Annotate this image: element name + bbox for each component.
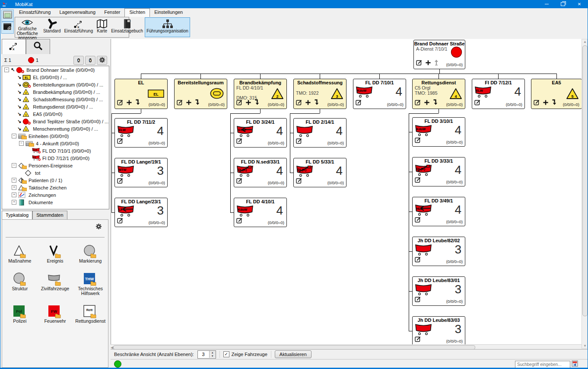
edit-button[interactable] bbox=[416, 59, 423, 67]
org-node-brandbekaempfung[interactable]: BrandbekämpfungFL DD 4/10/1 DMO: 3152(0/… bbox=[234, 79, 287, 109]
edit-button[interactable] bbox=[236, 217, 243, 225]
ribbon-button-führungsorganisation[interactable]: Führungsorganisation bbox=[145, 17, 190, 37]
add-button[interactable] bbox=[186, 99, 192, 107]
edit-button[interactable] bbox=[415, 137, 421, 145]
edit-button[interactable] bbox=[534, 99, 540, 107]
gear-button[interactable] bbox=[97, 56, 107, 65]
tree-item[interactable]: ↘Brand Teplitzer Straße (0/0/0=0) / ... bbox=[2, 118, 109, 125]
ribbon-button-einsatztagebuch[interactable]: TGBEinsatztagebuch bbox=[109, 17, 145, 37]
catalog-item-struktur[interactable]: Struktur bbox=[2, 268, 38, 296]
catalog-gear-button[interactable] bbox=[95, 223, 102, 231]
tree-item[interactable]: tot bbox=[2, 169, 109, 176]
tree-item[interactable]: +Zeichnungen bbox=[2, 191, 109, 199]
edit-button[interactable] bbox=[117, 177, 124, 186]
org-node-fl-dd-7-10-1[interactable]: FL DD 7/10/1KdoW4(0/0/0=0) bbox=[353, 79, 406, 109]
descend-button[interactable] bbox=[194, 99, 200, 107]
org-node-fl-dd-2-14-1[interactable]: FL DD 2/14/14(0/0/0=0) bbox=[293, 118, 346, 148]
ribbon-button-einsatzführung[interactable]: xEinsatzführung bbox=[63, 17, 95, 37]
edit-button[interactable] bbox=[474, 99, 481, 107]
tree-item[interactable]: ↘2Brandbekämpfung (0/0/0=0) / ... bbox=[2, 88, 109, 96]
tree-item[interactable]: +Patienten (0 / 1) bbox=[2, 176, 109, 184]
catalog-item-maßnahme[interactable]: Maßnahme bbox=[2, 241, 38, 264]
descend-button[interactable] bbox=[432, 99, 438, 107]
tree-item[interactable]: −Einheiten (0/0/0=0) bbox=[2, 132, 109, 140]
catalog-item-zivilfahrzeuge[interactable]: Zivilfahrzeuge bbox=[38, 268, 73, 296]
edit-button[interactable] bbox=[177, 99, 183, 107]
edit-button[interactable] bbox=[296, 177, 302, 186]
tree-expand-plus[interactable]: + bbox=[12, 193, 16, 197]
menu-item-fenster[interactable]: Fenster bbox=[100, 8, 124, 17]
minimize-button[interactable] bbox=[538, 0, 555, 8]
catalog-item-rettungsdienst[interactable]: RettRettungsdienst bbox=[73, 301, 108, 324]
tree-item[interactable]: ELWFl DD 7/12/1 (0/0/0=0) bbox=[2, 154, 109, 162]
scroll-down-arrow-icon[interactable]: ▼ bbox=[583, 344, 587, 348]
org-node-fl-dd-5-33-1[interactable]: FL DD 5/33/1DL(K)4(0/0/0=0) bbox=[293, 158, 346, 187]
tree-expand-minus[interactable]: − bbox=[4, 67, 9, 72]
org-node-schadstoffmessung[interactable]: Schadstoffmessung TMO: 19223(0/0/0=0) bbox=[293, 79, 346, 109]
tree-expand-minus[interactable]: − bbox=[19, 141, 24, 146]
org-node-jh-dd-leube-83-01[interactable]: Jh DD Leube/83/013(0/0/0=0) bbox=[412, 276, 465, 306]
tree-expand-plus[interactable]: + bbox=[12, 185, 16, 190]
ribbon-button-standard[interactable]: Standard bbox=[41, 17, 63, 37]
add-button[interactable] bbox=[245, 99, 251, 107]
menu-item-einsatzführung[interactable]: Einsatzführung bbox=[15, 8, 55, 17]
descend-button[interactable] bbox=[314, 99, 319, 107]
close-button[interactable]: ✕ bbox=[571, 0, 588, 8]
menu-item-sichten[interactable]: Sichten bbox=[124, 8, 150, 17]
tree-expand-minus[interactable]: − bbox=[12, 134, 16, 138]
edit-button[interactable] bbox=[236, 177, 243, 186]
level-input[interactable] bbox=[198, 352, 209, 357]
chevron-up-circle-button[interactable]: ∧ bbox=[73, 56, 84, 65]
tree-item[interactable]: ↘Bereitstellungsraum (0/0/0=0) / ... bbox=[2, 81, 109, 88]
org-node-fl-dd-4-10-1[interactable]: FL DD 4/10/1KdoW4(0/0/0=0) bbox=[234, 198, 287, 227]
add-button[interactable] bbox=[543, 99, 549, 107]
spinner-down-icon[interactable]: ▼ bbox=[210, 354, 216, 358]
side-toolbar-button-2[interactable] bbox=[1, 22, 14, 34]
tree-item[interactable]: +Dokumente bbox=[2, 199, 109, 206]
tree-item[interactable]: ↘ELEL (0/0/0=0) / ... bbox=[2, 74, 109, 81]
tree-expand-plus[interactable]: + bbox=[12, 200, 16, 205]
tree-item[interactable]: +Taktische Zeichen bbox=[2, 184, 109, 191]
descend-button[interactable] bbox=[551, 99, 557, 107]
catalog-item-ereignis[interactable]: Ereignis bbox=[38, 241, 73, 264]
edit-button[interactable] bbox=[415, 296, 421, 304]
edit-button[interactable] bbox=[356, 99, 362, 107]
org-node-fl-dd-3-10-1[interactable]: FL DD 3/10/1KdoW4(0/0/0=0) bbox=[412, 117, 465, 147]
edit-button[interactable] bbox=[236, 138, 243, 146]
catalog-tab-stammdaten[interactable]: Stammdaten bbox=[32, 211, 67, 220]
tree-item[interactable]: ↘5EA5 (0/0/0=0) bbox=[2, 110, 109, 118]
org-node-fi-dd-7-12-1[interactable]: FI DD 7/12/1ELW4(0/0/0=0) bbox=[472, 79, 525, 109]
org-node-fl-dd-3-24-1[interactable]: FL DD 3/24/1GTLF4(0/0/0=0) bbox=[234, 118, 287, 148]
tree-item[interactable]: KdoWFL DD 7/10/1 (0/0/0=0) bbox=[2, 147, 109, 154]
edit-button[interactable] bbox=[296, 138, 302, 146]
scroll-up-arrow-icon[interactable]: ▲ bbox=[583, 40, 587, 44]
tree-item[interactable]: −Personen-Ereignisse bbox=[2, 162, 109, 169]
tree-item[interactable]: ↘4Rettungsdienst (0/0/0=0) / ... bbox=[2, 103, 109, 110]
org-node-root[interactable]: Brand Dohnaer StraßeA-Dienst 7/10/1(0/0/… bbox=[413, 40, 465, 69]
spinner-up-icon[interactable]: ▲ bbox=[210, 351, 216, 354]
vertical-scroll-thumb[interactable] bbox=[582, 45, 588, 316]
tree-item[interactable]: ↘3Schadstoffmessung (0/0/0=0) / ... bbox=[2, 96, 109, 103]
level-spinner[interactable]: ▲ ▼ bbox=[197, 350, 216, 359]
org-node-fl-dd-7-11-2[interactable]: FL DD 7/11/2ELW4(0/0/0=0) bbox=[114, 118, 168, 148]
edit-button[interactable] bbox=[117, 217, 124, 225]
search-input[interactable] bbox=[515, 361, 570, 369]
org-node-rettungsdienst[interactable]: RettungsdienstC5 OrglTMO: 19854(0/0/0=0) bbox=[412, 79, 465, 109]
edit-button[interactable] bbox=[415, 99, 421, 107]
add-button[interactable] bbox=[305, 99, 311, 107]
edit-button[interactable] bbox=[415, 256, 421, 264]
edit-button[interactable] bbox=[415, 216, 421, 225]
show-vehicles-toggle[interactable]: ✓ Zeige Fahrzeuge bbox=[223, 351, 267, 357]
edit-button[interactable] bbox=[117, 99, 124, 107]
tree-item[interactable]: −4 - Ankunft (0/0/0=0) bbox=[2, 140, 109, 147]
show-vehicles-checkbox[interactable]: ✓ bbox=[223, 351, 229, 357]
tree-expand-plus[interactable]: + bbox=[12, 178, 16, 183]
add-button[interactable] bbox=[126, 99, 132, 107]
side-toolbar-button-1[interactable] bbox=[1, 10, 14, 22]
org-node-jh-dd-leube-82-02[interactable]: Jh DD Leube/82/023(0/0/0=0) bbox=[412, 237, 465, 266]
org-node-fl-dd-lange-23-1[interactable]: FL DD Lange/23/1LF3(0/0/0=0) bbox=[114, 198, 168, 227]
menu-item-lagenverwaltung[interactable]: Lagenverwaltung bbox=[55, 8, 100, 17]
org-node-jh-dd-leube-83-03[interactable]: Jh DD Leube/83/033(0/0/0=0) bbox=[412, 316, 465, 344]
add-button[interactable] bbox=[424, 99, 430, 107]
ribbon-button-grafische-oberfläche-anpassen[interactable]: Grafische Oberfläche anpassen bbox=[15, 17, 40, 37]
